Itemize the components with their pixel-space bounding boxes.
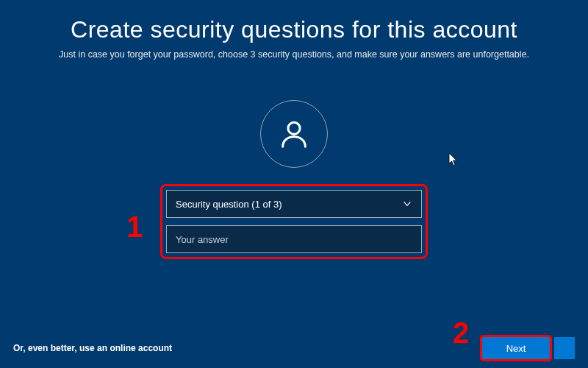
chevron-down-icon	[402, 199, 412, 209]
security-question-select[interactable]: Security question (1 of 3)	[166, 190, 422, 218]
page-subtitle: Just in case you forget your password, c…	[0, 49, 588, 60]
page-title: Create security questions for this accou…	[0, 16, 588, 43]
answer-input[interactable]	[166, 225, 422, 253]
online-account-link[interactable]: Or, even better, use an online account	[13, 343, 172, 353]
annotation-label-2: 2	[453, 316, 469, 350]
security-question-placeholder: Security question (1 of 3)	[176, 199, 282, 210]
form-container: 1 Security question (1 of 3)	[0, 190, 588, 253]
avatar-container	[0, 100, 588, 168]
annotation-label-1: 1	[126, 210, 143, 244]
avatar	[260, 100, 328, 168]
footer: Or, even better, use an online account 2…	[0, 337, 588, 359]
next-button-extra	[554, 337, 575, 359]
next-area: 2 Next	[482, 337, 575, 359]
form-inner: 1 Security question (1 of 3)	[166, 190, 422, 253]
next-button[interactable]: Next	[482, 337, 550, 359]
header: Create security questions for this accou…	[0, 0, 588, 60]
svg-point-0	[288, 122, 300, 134]
user-icon	[277, 117, 311, 151]
next-button-label: Next	[506, 343, 526, 354]
